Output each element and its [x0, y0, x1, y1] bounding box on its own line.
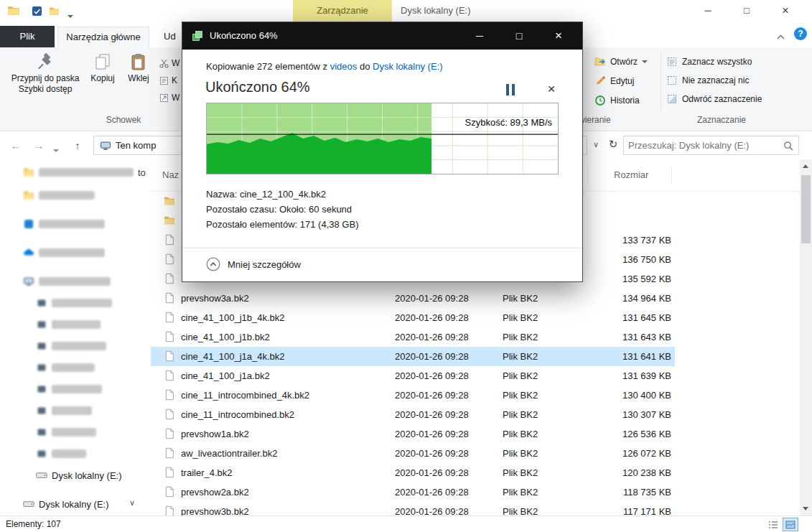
tab-file[interactable]: Plik [0, 26, 55, 47]
table-row[interactable]: prevshow1a.bk22020-01-26 09:28Plik BK212… [151, 424, 800, 444]
search-input[interactable] [628, 137, 776, 154]
pin-to-quick-access-button[interactable]: Przypnij do paskaSzybki dostęp [9, 50, 82, 95]
sidebar-item-blurred[interactable] [36, 337, 106, 355]
file-icon [164, 253, 175, 265]
drive-icon [23, 498, 34, 510]
close-icon: × [555, 29, 562, 42]
invert-selection-button[interactable]: Odwróć zaznaczenie [666, 90, 762, 108]
up-button[interactable]: ↑ [69, 136, 86, 155]
detail-name: Nazwa: cine_12_100_4k.bk2 [206, 187, 358, 202]
column-header-size[interactable]: Rozmiar [614, 169, 648, 180]
table-row[interactable]: aw_liveactiontrailer.bk22020-01-26 09:28… [151, 444, 800, 463]
file-type: Plik BK2 [503, 482, 585, 502]
recent-locations-caret-icon[interactable] [53, 144, 59, 154]
table-row[interactable]: prevshow3b.bk22020-01-26 09:28Plik BK211… [151, 502, 800, 515]
table-row[interactable]: cine_41_100_j1b.bk22020-01-26 09:28Plik … [151, 327, 800, 347]
dialog-minimize-button[interactable]: ─ [461, 22, 498, 50]
table-row[interactable]: cine_11_introcombined_4k.bk22020-01-26 0… [151, 386, 800, 405]
ribbon-collapse-icon[interactable] [777, 34, 785, 39]
qat-customize-caret-icon[interactable] [67, 9, 73, 20]
table-row[interactable]: prevshow3a.bk22020-01-26 09:28Plik BK213… [151, 289, 800, 308]
copy-path-button[interactable]: K [159, 73, 177, 88]
sidebar-item-local-disk-e[interactable]: Dysk lokalny (E:) [36, 466, 122, 485]
sidebar-item-blurred[interactable] [36, 358, 95, 377]
breadcrumb[interactable]: Ten komp [116, 136, 156, 154]
edit-button[interactable]: Edytuj [594, 73, 634, 90]
forward-button[interactable]: → [30, 136, 47, 155]
file-date-modified: 2020-01-26 09:28 [395, 482, 499, 502]
table-row[interactable]: prevshow2a.bk22020-01-26 09:28Plik BK211… [151, 482, 800, 502]
sidebar-item-blurred[interactable] [36, 294, 112, 312]
sidebar-item-blurred[interactable] [36, 423, 96, 442]
sidebar-item-label: Dysk lokalny (E:) [52, 470, 122, 481]
column-separator[interactable] [587, 167, 588, 184]
sidebar-scroll-down-icon[interactable]: ∨ [129, 498, 135, 508]
copy-details: Nazwa: cine_12_100_4k.bk2 Pozostało czas… [206, 187, 358, 232]
dialog-maximize-button[interactable]: □ [500, 22, 538, 50]
file-icon [164, 486, 175, 498]
sidebar-item-blurred[interactable] [36, 380, 102, 398]
cancel-copy-button[interactable]: × [541, 80, 561, 98]
maximize-button[interactable]: □ [728, 0, 765, 22]
large-icons-view-button[interactable] [783, 518, 798, 531]
help-icon[interactable]: ? [794, 27, 807, 40]
back-button[interactable]: ← [7, 136, 24, 155]
destination-drive-link[interactable]: Dysk lokalny (E:) [373, 61, 443, 72]
paste-button[interactable]: Wklej [122, 50, 155, 84]
sidebar-item-blurred[interactable] [23, 243, 105, 262]
column-header-name[interactable]: Naz [162, 169, 179, 180]
column-separator[interactable] [671, 167, 672, 184]
search-box[interactable] [623, 136, 799, 155]
sidebar-item-blurred[interactable] [36, 315, 101, 334]
paste-label: Wklej [122, 73, 155, 84]
scroll-up-icon[interactable] [803, 164, 808, 168]
address-dropdown-icon[interactable]: ∨ [589, 140, 603, 149]
open-button[interactable]: Otwórz [594, 53, 648, 70]
cut-button[interactable]: W [159, 56, 179, 70]
table-row[interactable]: cine_41_100_j1a.bk22020-01-26 09:28Plik … [151, 366, 800, 386]
blurred-label [52, 299, 112, 307]
sidebar-item-blurred[interactable] [23, 272, 111, 291]
scrollbar-thumb[interactable] [801, 175, 811, 243]
search-icon[interactable] [783, 141, 793, 151]
table-row[interactable]: trailer_4.bk22020-01-26 09:28Plik BK2120… [151, 463, 800, 482]
qat-new-folder-icon[interactable] [49, 6, 60, 17]
minimize-button[interactable]: ─ [689, 0, 727, 22]
qat-properties-icon[interactable] [32, 6, 42, 17]
sidebar-item-blurred[interactable] [23, 215, 105, 233]
tab-share-partial[interactable]: Ud [164, 31, 176, 42]
source-folder-link[interactable]: videos [330, 61, 358, 72]
pause-button[interactable] [501, 83, 521, 98]
select-all-button[interactable]: Zaznacz wszystko [666, 53, 752, 70]
file-size: 118 735 KB [589, 482, 671, 502]
file-size: 117 171 KB [589, 502, 671, 515]
explorer-window: Zarządzanie Dysk lokalny (E:) ─ □ × Plik… [0, 0, 812, 532]
contextual-tab-management[interactable]: Zarządzanie [293, 0, 392, 22]
file-name: cine_41_100_j1a_4k.bk2 [181, 347, 389, 366]
history-button[interactable]: Historia [594, 92, 640, 109]
details-view-button[interactable] [765, 518, 781, 531]
sidebar-item-blurred[interactable] [36, 401, 92, 420]
less-details-label: Mniej szczegółów [228, 259, 301, 270]
dialog-close-button[interactable]: × [540, 22, 577, 50]
table-row[interactable]: cine_41_100_j1a_4k.bk22020-01-26 09:28Pl… [151, 347, 800, 366]
table-row[interactable]: cine_11_introcombined.bk22020-01-26 09:2… [151, 405, 800, 424]
file-date-modified: 2020-01-26 09:28 [395, 366, 499, 386]
refresh-icon[interactable]: ↻ [605, 138, 622, 151]
copy-button[interactable]: Kopiuj [85, 50, 121, 84]
paste-shortcut-button[interactable]: W [159, 90, 179, 105]
vertical-scrollbar[interactable] [800, 159, 812, 515]
blurred-content [23, 276, 111, 287]
sidebar-item-blurred[interactable]: to [23, 163, 146, 182]
folder-icon [23, 167, 34, 178]
tab-home[interactable]: Narzędzia główne [57, 27, 149, 47]
table-row[interactable]: cine_41_100_j1b_4k.bk22020-01-26 09:28Pl… [151, 308, 800, 327]
file-name: prevshow3a.bk2 [181, 289, 389, 308]
less-details-toggle[interactable]: Mniej szczegółów [206, 255, 301, 274]
sidebar-item-local-disk-e-2[interactable]: Dysk lokalny (E:) [23, 495, 109, 513]
scroll-down-icon[interactable] [803, 507, 808, 510]
sidebar-item-blurred[interactable] [36, 444, 86, 463]
sidebar-item-blurred[interactable] [23, 186, 95, 205]
close-button[interactable]: × [767, 0, 804, 22]
select-none-button[interactable]: Nie zaznaczaj nic [666, 72, 749, 89]
